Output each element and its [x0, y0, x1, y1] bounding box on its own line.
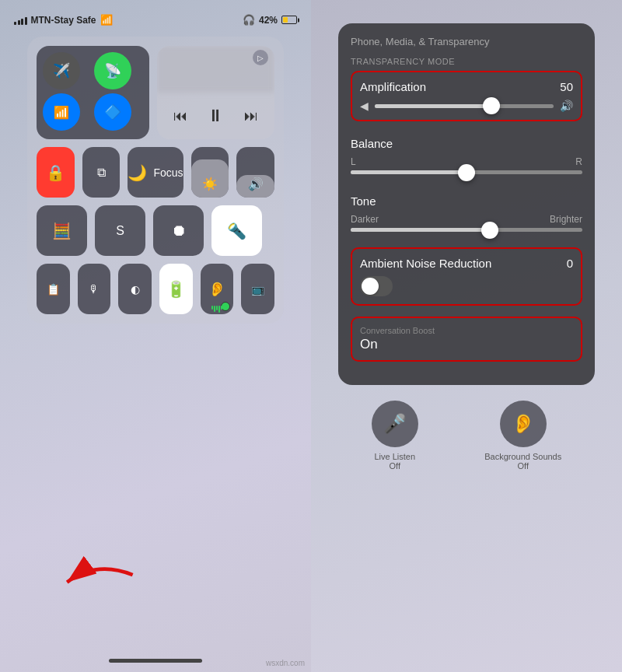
- status-bar: MTN-Stay Safe 📶 🎧 42%: [0, 14, 311, 26]
- ambient-noise-label: Ambient Noise Reduction: [360, 257, 491, 270]
- battery-fill: [283, 17, 288, 23]
- watermark: wsxdn.com: [266, 659, 305, 667]
- signal-bars: [14, 16, 27, 25]
- amplification-slider-row: ◀ 🔊: [360, 100, 573, 112]
- tone-track[interactable]: [351, 228, 582, 232]
- connectivity-block: ✈️ 📡 📶 🔷: [37, 46, 149, 139]
- airplane-mode-button[interactable]: ✈️: [43, 52, 80, 89]
- balance-track[interactable]: [351, 170, 582, 174]
- shazam-button[interactable]: S: [95, 205, 145, 256]
- voice-memo-button[interactable]: 🎙: [78, 264, 111, 314]
- balance-left: L: [351, 156, 356, 167]
- focus-label: Focus: [153, 166, 183, 179]
- tone-brighter: Brighter: [550, 214, 582, 225]
- amplification-fill: [375, 104, 491, 108]
- signal-bar-1: [14, 22, 16, 25]
- amplification-value: 50: [560, 80, 573, 93]
- wifi-icon: 📶: [100, 14, 113, 26]
- background-sounds-label: Background Sounds Off: [484, 452, 561, 471]
- volume-button[interactable]: 🔊: [236, 147, 274, 198]
- hearing-badge: [221, 302, 230, 311]
- moon-icon: 🌙: [128, 163, 147, 182]
- bluetooth-button[interactable]: 🔷: [94, 93, 131, 131]
- live-listen-circle: 🎤: [372, 401, 418, 447]
- background-sounds-button[interactable]: 👂 Background Sounds Off: [484, 401, 561, 471]
- live-listen-label: Live Listen Off: [374, 452, 415, 471]
- bottom-buttons: 🎤 Live Listen Off 👂 Background Sounds Of…: [338, 401, 595, 471]
- equalizer-bars: [211, 306, 222, 313]
- conversation-boost-value: On: [360, 337, 573, 352]
- hearing-button[interactable]: 👂: [201, 264, 234, 314]
- row3: 🧮 S ⏺ 🔦: [37, 205, 274, 256]
- screen-mirror-button[interactable]: ⧉: [82, 147, 121, 198]
- volume-low-icon: ◀: [360, 100, 369, 112]
- ear-icon: 👂: [512, 413, 535, 435]
- card-title: Phone, Media, & Transparency: [351, 36, 582, 47]
- right-panel: Phone, Media, & Transparency Transparenc…: [311, 0, 622, 672]
- media-controls: ⏮ ⏸ ⏭: [157, 93, 274, 139]
- screen-lock-button[interactable]: 🔒: [37, 147, 75, 198]
- battery-percent: 42%: [259, 15, 278, 26]
- battery-widget-button[interactable]: 🔋: [159, 264, 193, 314]
- play-pause-button[interactable]: ⏸: [207, 106, 224, 126]
- volume-high-icon: 🔊: [560, 100, 573, 112]
- amplification-section: Amplification 50 ◀ 🔊: [351, 71, 582, 121]
- rewind-button[interactable]: ⏮: [173, 108, 187, 124]
- remote-button[interactable]: 📺: [241, 264, 274, 314]
- settings-card: Phone, Media, & Transparency Transparenc…: [338, 23, 595, 385]
- wifi-button[interactable]: 📡: [94, 52, 131, 89]
- brightness-button[interactable]: ☀️: [191, 147, 229, 198]
- status-right: 🎧 42%: [243, 14, 297, 26]
- transparency-mode-label: Transparency Mode: [351, 57, 582, 66]
- ambient-noise-toggle-row: [360, 276, 573, 296]
- left-panel: MTN-Stay Safe 📶 🎧 42% ✈️ 📡 📶 🔷 ▷: [0, 0, 311, 672]
- ambient-noise-header: Ambient Noise Reduction 0: [360, 257, 573, 270]
- balance-section: Balance L R: [351, 132, 582, 179]
- tone-fill: [351, 228, 490, 232]
- amplification-thumb[interactable]: [483, 97, 500, 114]
- signal-bar-4: [25, 17, 27, 25]
- headphone-icon: 🎧: [243, 14, 255, 26]
- top-row: ✈️ 📡 📶 🔷 ▷ ⏮ ⏸ ⏭: [37, 46, 274, 139]
- live-listen-button[interactable]: 🎤 Live Listen Off: [372, 401, 418, 471]
- background-sounds-circle: 👂: [500, 401, 547, 447]
- ambient-noise-section: Ambient Noise Reduction 0: [351, 247, 582, 306]
- amplification-header: Amplification 50: [360, 80, 573, 93]
- cellular-button[interactable]: 📶: [43, 93, 80, 131]
- amplification-track[interactable]: [375, 104, 554, 108]
- ambient-noise-value: 0: [567, 257, 573, 270]
- conversation-boost-label: Conversation Boost: [360, 326, 573, 335]
- ambient-noise-toggle[interactable]: [360, 276, 393, 296]
- tone-header: Tone: [351, 194, 582, 208]
- focus-button[interactable]: 🌙 Focus: [128, 147, 183, 198]
- signal-bar-3: [21, 19, 23, 25]
- balance-label: Balance: [351, 137, 393, 150]
- toggle-knob: [362, 278, 379, 295]
- row4: 📋 🎙 ◐ 🔋 👂 📺: [37, 264, 274, 314]
- amplification-label: Amplification: [360, 80, 426, 93]
- status-left: MTN-Stay Safe 📶: [14, 14, 113, 26]
- carrier-label: MTN-Stay Safe: [31, 15, 96, 26]
- tone-darker: Darker: [351, 214, 379, 225]
- notes-button[interactable]: 📋: [37, 264, 70, 314]
- calculator-button[interactable]: 🧮: [37, 205, 87, 256]
- tone-labels: Darker Brighter: [351, 214, 582, 225]
- control-center: ✈️ 📡 📶 🔷 ▷ ⏮ ⏸ ⏭ 🔒 ⧉ 🌙 Focu: [27, 37, 284, 324]
- balance-thumb[interactable]: [458, 164, 475, 181]
- balance-fill: [351, 170, 466, 174]
- balance-right: R: [575, 156, 582, 167]
- home-indicator: [109, 659, 202, 663]
- microphone-icon: 🎤: [383, 413, 407, 435]
- tone-section: Tone Darker Brighter: [351, 190, 582, 236]
- flashlight-button[interactable]: 🔦: [211, 205, 262, 256]
- accessibility-button[interactable]: ◐: [118, 264, 152, 314]
- camera-button[interactable]: ⏺: [153, 205, 204, 256]
- tone-thumb[interactable]: [481, 222, 498, 239]
- tone-label: Tone: [351, 194, 376, 208]
- airplay-button[interactable]: ▷: [253, 50, 268, 65]
- media-block: ▷ ⏮ ⏸ ⏭: [157, 46, 274, 139]
- fast-forward-button[interactable]: ⏭: [244, 108, 258, 124]
- conversation-boost-section: Conversation Boost On: [351, 317, 582, 362]
- row2: 🔒 ⧉ 🌙 Focus ☀️ 🔊: [37, 147, 274, 198]
- red-arrow: [23, 553, 140, 611]
